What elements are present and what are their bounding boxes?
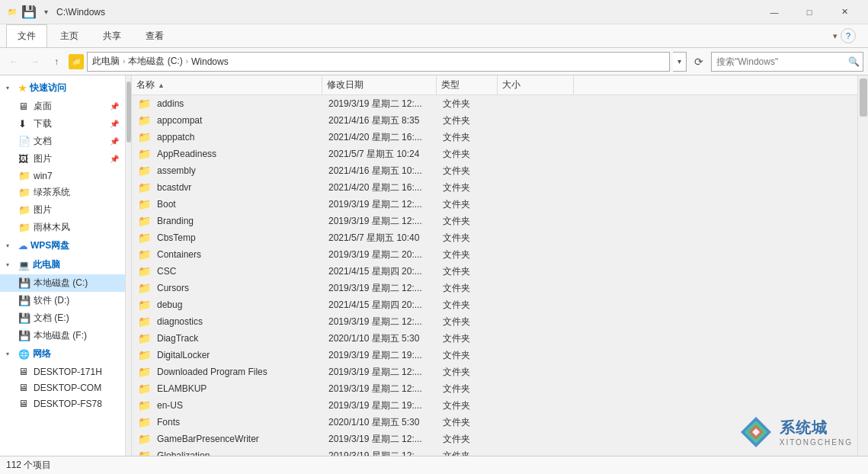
file-name-cell: 📁 Globalization — [133, 447, 324, 456]
sidebar-item-downloads[interactable]: ⬇ 下载 📌 — [0, 115, 125, 133]
table-row[interactable]: 📁 assembly 2021/4/16 星期五 10:... 文件夹 — [132, 162, 857, 179]
table-row[interactable]: 📁 CbsTemp 2021/5/7 星期五 10:40 文件夹 — [132, 229, 857, 246]
table-row[interactable]: 📁 apppatch 2021/4/20 星期二 16:... 文件夹 — [132, 129, 857, 146]
search-button[interactable]: 🔍 — [844, 52, 863, 72]
file-size-cell — [499, 364, 575, 380]
file-name-cell: 📁 assembly — [133, 162, 324, 179]
sidebar-item-desktop171[interactable]: 🖥 DESKTOP-171H — [0, 364, 125, 380]
sidebar-scroll-thumb — [127, 82, 131, 143]
minimize-button[interactable]: — — [757, 0, 792, 24]
back-button[interactable]: ← — [5, 53, 23, 71]
sidebar-section-quick-access[interactable]: ▾ ★ 快速访问 — [0, 78, 125, 98]
file-date-cell: 2019/3/19 星期二 12:... — [324, 364, 438, 380]
sidebar-item-e-drive[interactable]: 💾 文档 (E:) — [0, 309, 125, 327]
sidebar-item-desktopcom[interactable]: 🖥 DESKTOP-COM — [0, 380, 125, 396]
sidebar-item-c-drive[interactable]: 💾 本地磁盘 (C:) — [0, 274, 125, 292]
file-name-cell: 📁 addins — [133, 95, 324, 112]
table-row[interactable]: 📁 GameBarPresenceWriter 2019/3/19 星期二 12… — [132, 431, 857, 447]
address-path[interactable]: 此电脑 › 本地磁盘 (C:) › Windows — [87, 52, 670, 72]
file-name: DigitalLocker — [157, 350, 210, 360]
table-row[interactable]: 📁 Containers 2019/3/19 星期二 20:... 文件夹 — [132, 246, 857, 263]
thispc-icon: 💻 — [18, 260, 30, 271]
refresh-button[interactable]: ⟳ — [690, 53, 708, 71]
title-bar-left: 📁 💾 ▾ C:\Windows — [6, 6, 105, 18]
sidebar-scrollbar[interactable] — [126, 75, 132, 456]
item-count: 112 个项目 — [6, 459, 51, 472]
table-row[interactable]: 📁 debug 2021/4/15 星期四 20:... 文件夹 — [132, 296, 857, 313]
sidebar-item-desktopfs78[interactable]: 🖥 DESKTOP-FS78 — [0, 396, 125, 412]
folder-icon: 📁 — [138, 433, 151, 445]
sidebar-item-f-drive[interactable]: 💾 本地磁盘 (F:) — [0, 327, 125, 344]
search-input[interactable] — [712, 56, 844, 67]
quick-access-icon: ★ — [18, 83, 27, 94]
table-row[interactable]: 📁 Cursors 2019/3/19 星期二 12:... 文件夹 — [132, 280, 857, 296]
downloads-icon: ⬇ — [18, 118, 30, 130]
file-size-cell — [499, 280, 575, 296]
folder-icon: 📁 — [138, 399, 151, 412]
file-size-cell — [499, 330, 575, 347]
forward-button[interactable]: → — [26, 53, 44, 71]
table-row[interactable]: 📁 AppReadiness 2021/5/7 星期五 10:24 文件夹 — [132, 146, 857, 162]
col-header-date[interactable]: 修改日期 — [322, 75, 437, 94]
file-name-cell: 📁 DiagTrack — [133, 330, 324, 347]
up-button[interactable]: ↑ — [47, 53, 66, 71]
table-row[interactable]: 📁 Branding 2019/3/19 星期二 12:... 文件夹 — [132, 213, 857, 229]
title-dropdown-icon: ▾ — [40, 6, 52, 18]
folder-icon: 📁 — [138, 332, 151, 344]
title-folder-icon: 📁 — [6, 6, 18, 18]
folder-icon: 📁 — [138, 349, 151, 361]
table-row[interactable]: 📁 DiagTrack 2020/1/10 星期五 5:30 文件夹 — [132, 330, 857, 347]
sidebar-item-pictures[interactable]: 🖼 图片 📌 — [0, 150, 125, 168]
tab-file[interactable]: 文件 — [6, 24, 47, 47]
table-row[interactable]: 📁 CSC 2021/4/15 星期四 20:... 文件夹 — [132, 263, 857, 280]
maximize-button[interactable]: □ — [792, 0, 827, 24]
tab-view[interactable]: 查看 — [134, 24, 175, 47]
search-box: 🔍 — [711, 52, 863, 72]
close-button[interactable]: ✕ — [827, 0, 862, 24]
file-name: addins — [157, 98, 184, 109]
sidebar-section-wps[interactable]: ▾ ☁ WPS网盘 — [0, 236, 125, 255]
tab-share[interactable]: 共享 — [91, 24, 133, 47]
table-row[interactable]: 📁 bcastdvr 2021/4/20 星期二 16:... 文件夹 — [132, 179, 857, 196]
table-row[interactable]: 📁 DigitalLocker 2019/3/19 星期二 19:... 文件夹 — [132, 347, 857, 364]
table-row[interactable]: 📁 ELAMBKUP 2019/3/19 星期二 12:... 文件夹 — [132, 380, 857, 397]
table-row[interactable]: 📁 addins 2019/3/19 星期二 12:... 文件夹 — [132, 95, 857, 112]
file-type-cell: 文件夹 — [438, 313, 499, 330]
file-type-cell: 文件夹 — [438, 213, 499, 229]
ribbon-help-icon[interactable]: ? — [841, 28, 856, 43]
table-row[interactable]: 📁 en-US 2019/3/19 星期二 19:... 文件夹 — [132, 397, 857, 414]
path-pc: 此电脑 — [92, 55, 120, 68]
file-date-cell: 2021/5/7 星期五 10:24 — [324, 146, 438, 162]
sidebar-item-lucha[interactable]: 📁 绿茶系统 — [0, 184, 125, 201]
file-date-cell: 2019/3/19 星期二 12:... — [324, 313, 438, 330]
sidebar-item-d-drive[interactable]: 💾 软件 (D:) — [0, 292, 125, 309]
file-date-cell: 2020/1/10 星期五 5:30 — [324, 330, 438, 347]
folder-icon: 📁 — [138, 114, 151, 127]
file-name-cell: 📁 AppReadiness — [133, 146, 324, 162]
col-header-size[interactable]: 大小 — [498, 75, 574, 94]
table-row[interactable]: 📁 appcompat 2021/4/16 星期五 8:35 文件夹 — [132, 112, 857, 129]
quick-access-label: ★ 快速访问 — [18, 82, 66, 94]
sidebar-item-documents[interactable]: 📄 文档 📌 — [0, 133, 125, 150]
sidebar-item-desktop[interactable]: 🖥 桌面 📌 — [0, 98, 125, 115]
right-scrollbar[interactable] — [857, 75, 868, 456]
file-type-cell: 文件夹 — [438, 146, 499, 162]
documents-icon: 📄 — [18, 136, 30, 147]
table-row[interactable]: 📁 Globalization 2019/3/19 星期二 12:... 文件夹 — [132, 447, 857, 456]
sidebar-item-pics2[interactable]: 📁 图片 — [0, 201, 125, 219]
sidebar-item-yulin[interactable]: 📁 雨林木风 — [0, 219, 125, 236]
col-header-name[interactable]: 名称 ▲ — [132, 75, 322, 94]
table-row[interactable]: 📁 Downloaded Program Files 2019/3/19 星期二… — [132, 364, 857, 380]
table-row[interactable]: 📁 diagnostics 2019/3/19 星期二 12:... 文件夹 — [132, 313, 857, 330]
col-header-type[interactable]: 类型 — [437, 75, 498, 94]
table-row[interactable]: 📁 Fonts 2020/1/10 星期五 5:30 文件夹 — [132, 414, 857, 431]
address-dropdown[interactable]: ▾ — [673, 52, 687, 72]
tab-home[interactable]: 主页 — [49, 24, 90, 47]
sidebar-section-network[interactable]: ▾ 🌐 网络 — [0, 344, 125, 364]
file-size-cell — [499, 95, 575, 112]
path-drive: 本地磁盘 (C:) — [128, 55, 182, 68]
sidebar-item-win7[interactable]: 📁 win7 — [0, 168, 125, 184]
table-row[interactable]: 📁 Boot 2019/3/19 星期二 12:... 文件夹 — [132, 196, 857, 213]
sidebar-section-thispc[interactable]: ▾ 💻 此电脑 — [0, 255, 125, 274]
file-type-cell: 文件夹 — [438, 263, 499, 280]
